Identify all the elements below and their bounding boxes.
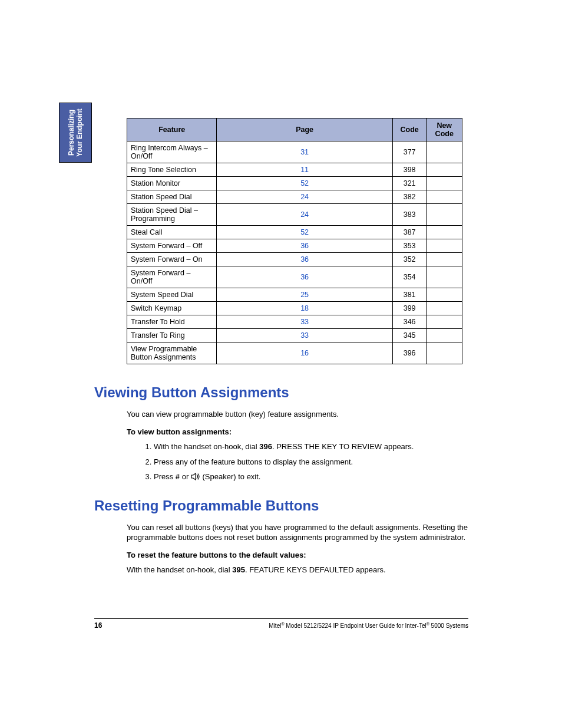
cell-feature: System Forward – Off <box>127 239 217 253</box>
step-1: With the handset on-hook, dial 396. PRES… <box>154 442 468 452</box>
step-2: Press any of the feature buttons to disp… <box>154 457 468 467</box>
table-row: System Forward – On36352 <box>127 253 462 266</box>
cell-code: 352 <box>392 253 427 266</box>
cell-newcode <box>427 266 462 288</box>
cell-page-link[interactable]: 24 <box>217 204 392 226</box>
step-3: Press # or (Speaker) to exit. <box>154 472 468 482</box>
page-content: Feature Page Code New Code Ring Intercom… <box>94 118 468 591</box>
page-number: 16 <box>94 621 102 630</box>
cell-feature: Ring Tone Selection <box>127 163 217 177</box>
cell-page-link[interactable]: 36 <box>217 239 392 253</box>
cell-code: 398 <box>392 163 427 177</box>
cell-feature: Transfer To Ring <box>127 329 217 342</box>
cell-newcode <box>427 141 462 163</box>
table-row: Station Speed Dial – Programming24383 <box>127 204 462 226</box>
cell-code: 321 <box>392 177 427 190</box>
cell-newcode <box>427 342 462 364</box>
section2-intro: You can reset all buttons (keys) that yo… <box>127 522 468 543</box>
cell-feature: Station Speed Dial – Programming <box>127 204 217 226</box>
section1-intro: You can view programmable button (key) f… <box>127 409 468 420</box>
footer-doc-title: Mitel® Model 5212/5224 IP Endpoint User … <box>269 622 468 629</box>
heading-resetting-programmable-buttons: Resetting Programmable Buttons <box>94 498 468 514</box>
cell-newcode <box>427 329 462 342</box>
table-row: Transfer To Ring33345 <box>127 329 462 342</box>
table-row: View Programmable Button Assignments1639… <box>127 342 462 364</box>
cell-page-link[interactable]: 11 <box>217 163 392 177</box>
table-row: Transfer To Hold33346 <box>127 315 462 329</box>
section-tab-line2: Your Endpoint <box>75 108 84 157</box>
page-footer: 16 Mitel® Model 5212/5224 IP Endpoint Us… <box>94 618 468 630</box>
cell-page-link[interactable]: 33 <box>217 315 392 329</box>
cell-feature: System Forward – On <box>127 253 217 266</box>
heading-viewing-button-assignments: Viewing Button Assignments <box>94 384 468 401</box>
section1-body: You can view programmable button (key) f… <box>127 409 468 482</box>
table-row: System Forward – On/Off36354 <box>127 266 462 288</box>
th-page: Page <box>217 118 392 141</box>
cell-newcode <box>427 177 462 190</box>
cell-code: 396 <box>392 342 427 364</box>
section1-subhead: To view button assignments: <box>127 427 468 437</box>
section2-subhead: To reset the feature buttons to the defa… <box>127 550 468 561</box>
cell-feature: Station Monitor <box>127 177 217 190</box>
cell-feature: Switch Keymap <box>127 302 217 315</box>
th-newcode: New Code <box>427 118 462 141</box>
cell-newcode <box>427 315 462 329</box>
cell-code: 377 <box>392 141 427 163</box>
section2-body: You can reset all buttons (keys) that yo… <box>127 522 468 575</box>
cell-newcode <box>427 190 462 204</box>
cell-code: 383 <box>392 204 427 226</box>
cell-code: 346 <box>392 315 427 329</box>
cell-code: 399 <box>392 302 427 315</box>
section2-instruction: With the handset on-hook, dial 395. FEAT… <box>127 565 468 575</box>
cell-newcode <box>427 288 462 302</box>
th-feature: Feature <box>127 118 217 141</box>
cell-feature: View Programmable Button Assignments <box>127 342 217 364</box>
cell-code: 381 <box>392 288 427 302</box>
cell-page-link[interactable]: 52 <box>217 226 392 239</box>
cell-newcode <box>427 163 462 177</box>
table-row: Ring Intercom Always – On/Off31377 <box>127 141 462 163</box>
cell-code: 354 <box>392 266 427 288</box>
table-row: Station Monitor52321 <box>127 177 462 190</box>
table-row: Ring Tone Selection11398 <box>127 163 462 177</box>
table-row: Steal Call52387 <box>127 226 462 239</box>
section-tab: Personalizing Your Endpoint <box>59 103 92 163</box>
table-row: System Forward – Off36353 <box>127 239 462 253</box>
th-code: Code <box>392 118 427 141</box>
cell-feature: Station Speed Dial <box>127 190 217 204</box>
cell-code: 353 <box>392 239 427 253</box>
cell-page-link[interactable]: 33 <box>217 329 392 342</box>
cell-feature: Transfer To Hold <box>127 315 217 329</box>
cell-code: 382 <box>392 190 427 204</box>
cell-page-link[interactable]: 16 <box>217 342 392 364</box>
cell-code: 387 <box>392 226 427 239</box>
cell-page-link[interactable]: 24 <box>217 190 392 204</box>
cell-newcode <box>427 302 462 315</box>
cell-feature: Steal Call <box>127 226 217 239</box>
cell-feature: Ring Intercom Always – On/Off <box>127 141 217 163</box>
cell-page-link[interactable]: 31 <box>217 141 392 163</box>
cell-page-link[interactable]: 36 <box>217 253 392 266</box>
speaker-icon <box>191 473 200 480</box>
table-row: Station Speed Dial24382 <box>127 190 462 204</box>
section1-steps: With the handset on-hook, dial 396. PRES… <box>142 442 468 482</box>
cell-newcode <box>427 253 462 266</box>
cell-newcode <box>427 204 462 226</box>
cell-newcode <box>427 239 462 253</box>
cell-page-link[interactable]: 36 <box>217 266 392 288</box>
feature-code-table: Feature Page Code New Code Ring Intercom… <box>127 118 462 364</box>
cell-code: 345 <box>392 329 427 342</box>
table-row: System Speed Dial25381 <box>127 288 462 302</box>
cell-page-link[interactable]: 18 <box>217 302 392 315</box>
cell-feature: System Forward – On/Off <box>127 266 217 288</box>
section-tab-line1: Personalizing <box>67 110 75 156</box>
table-row: Switch Keymap18399 <box>127 302 462 315</box>
cell-page-link[interactable]: 52 <box>217 177 392 190</box>
cell-newcode <box>427 226 462 239</box>
cell-page-link[interactable]: 25 <box>217 288 392 302</box>
cell-feature: System Speed Dial <box>127 288 217 302</box>
